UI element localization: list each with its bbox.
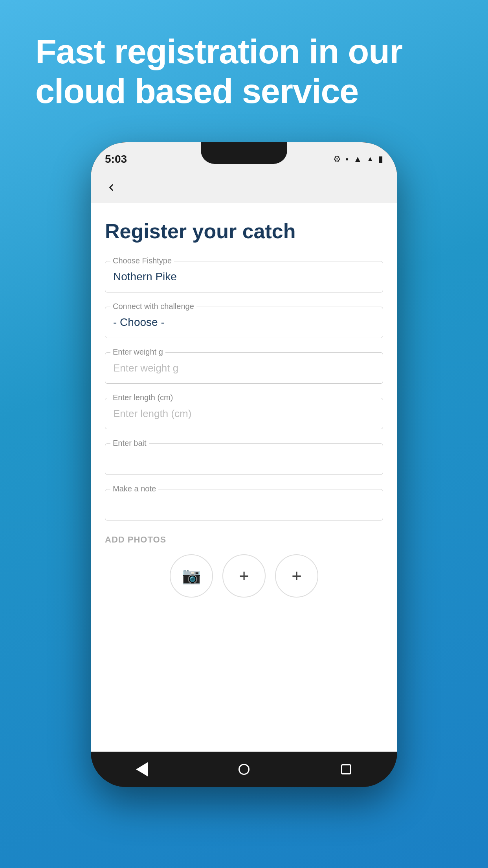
page-title: Register your catch: [105, 219, 383, 243]
challenge-label: Connect with challenge: [110, 302, 196, 311]
recents-square-icon: [341, 764, 351, 774]
add-photos-label: ADD PHOTOS: [105, 535, 383, 545]
add-photos-section: ADD PHOTOS 📷 + +: [105, 535, 383, 605]
wifi-icon: ▲: [353, 154, 362, 164]
bait-field: Enter bait: [105, 443, 383, 475]
phone-wrapper: 5:03 ⚙ ▪ ▲ ▲ ▮ Register your catch Choos…: [83, 142, 405, 868]
battery-full-icon: ▮: [378, 154, 383, 164]
note-field: Make a note: [105, 489, 383, 520]
nav-recents-button[interactable]: [334, 758, 358, 781]
battery-icon: ▪: [346, 154, 349, 164]
phone-frame: 5:03 ⚙ ▪ ▲ ▲ ▮ Register your catch Choos…: [91, 142, 397, 787]
add-photo-button-1[interactable]: +: [222, 554, 266, 598]
weight-input[interactable]: [105, 352, 383, 384]
phone-notch: [201, 142, 287, 164]
challenge-input[interactable]: [105, 307, 383, 338]
weight-label: Enter weight g: [110, 348, 165, 357]
plus-icon-1: +: [239, 566, 249, 586]
fishtype-field: Choose Fishtype: [105, 261, 383, 292]
nav-home-button[interactable]: [232, 758, 256, 781]
add-photo-button-2[interactable]: +: [275, 554, 318, 598]
note-label: Make a note: [110, 484, 158, 493]
length-field: Enter length (cm): [105, 398, 383, 429]
app-bar: [91, 172, 397, 203]
length-input[interactable]: [105, 398, 383, 429]
note-input[interactable]: [105, 489, 383, 520]
gear-icon: ⚙: [333, 154, 341, 164]
camera-button[interactable]: 📷: [170, 554, 213, 598]
status-icons: ⚙ ▪ ▲ ▲ ▮: [333, 154, 383, 164]
fishtype-label: Choose Fishtype: [110, 256, 174, 265]
fishtype-input[interactable]: [105, 261, 383, 292]
status-time: 5:03: [105, 153, 127, 166]
plus-icon-2: +: [292, 566, 302, 586]
nav-back-button[interactable]: [130, 758, 154, 781]
signal-icon: ▲: [367, 155, 374, 163]
camera-icon: 📷: [182, 566, 201, 585]
bait-label: Enter bait: [110, 439, 149, 448]
challenge-field: Connect with challenge: [105, 307, 383, 338]
back-button[interactable]: [103, 179, 120, 196]
weight-field: Enter weight g: [105, 352, 383, 384]
photo-buttons-row: 📷 + +: [105, 554, 383, 605]
home-circle-icon: [238, 764, 250, 775]
length-label: Enter length (cm): [110, 393, 175, 402]
hero-title: Fast registration in our cloud based ser…: [35, 31, 453, 111]
back-triangle-icon: [136, 762, 148, 776]
screen-content: Register your catch Choose Fishtype Conn…: [91, 203, 397, 752]
hero-section: Fast registration in our cloud based ser…: [0, 0, 488, 134]
bottom-nav: [91, 752, 397, 787]
bait-input[interactable]: [105, 443, 383, 475]
